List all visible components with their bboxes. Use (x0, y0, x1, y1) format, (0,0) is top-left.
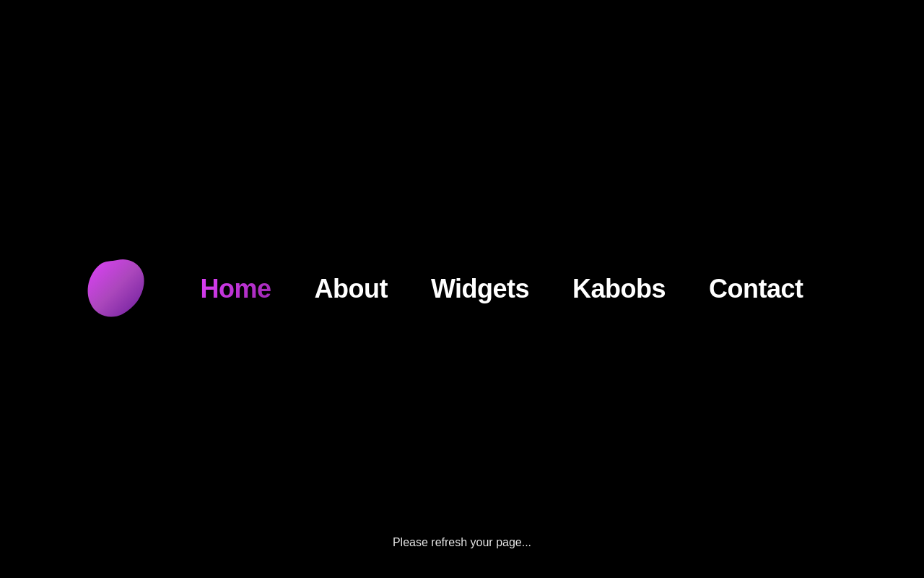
nav-item-contact[interactable]: Contact (709, 274, 803, 304)
navigation: Home About Widgets Kabobs Contact (77, 249, 803, 329)
nav-item-widgets[interactable]: Widgets (431, 274, 529, 304)
status-message: Please refresh your page... (393, 536, 531, 549)
logo-blob[interactable] (77, 249, 157, 329)
nav-item-home[interactable]: Home (200, 274, 271, 304)
nav-item-about[interactable]: About (314, 274, 387, 304)
nav-item-kabobs[interactable]: Kabobs (572, 274, 666, 304)
